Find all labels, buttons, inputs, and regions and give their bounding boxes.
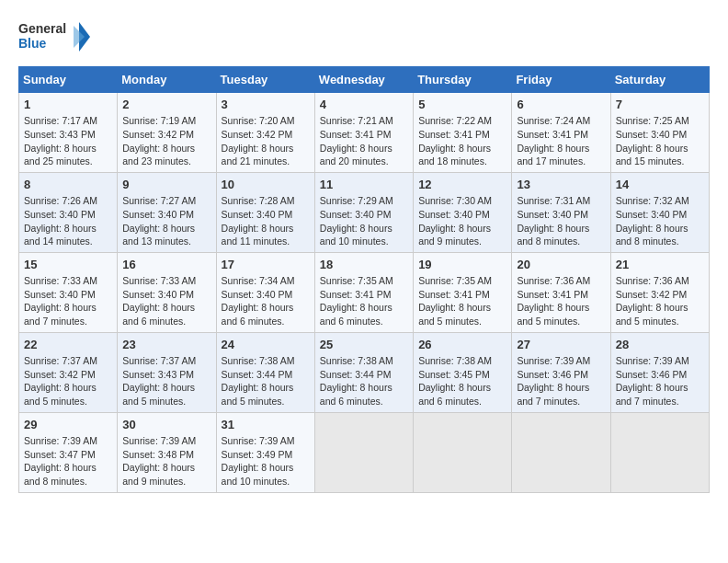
day-number: 26 <box>418 337 506 353</box>
day-info: Daylight: 8 hours and 5 minutes. <box>222 381 310 408</box>
day-info: Sunrise: 7:17 AM <box>24 114 112 128</box>
calendar-cell: 24Sunrise: 7:38 AMSunset: 3:44 PMDayligh… <box>216 332 314 412</box>
calendar-cell: 2Sunrise: 7:19 AMSunset: 3:42 PMDaylight… <box>118 93 216 173</box>
svg-text:General: General <box>18 21 66 36</box>
day-info: Daylight: 8 hours and 18 minutes. <box>418 142 506 168</box>
day-number: 18 <box>320 257 408 273</box>
day-info: Sunrise: 7:29 AM <box>320 194 408 208</box>
day-info: Sunset: 3:43 PM <box>122 368 210 382</box>
day-info: Sunrise: 7:39 AM <box>24 434 112 448</box>
day-number: 6 <box>517 97 605 113</box>
calendar-cell: 18Sunrise: 7:35 AMSunset: 3:41 PMDayligh… <box>314 252 413 332</box>
day-info: Sunset: 3:41 PM <box>517 288 605 302</box>
calendar-cell: 12Sunrise: 7:30 AMSunset: 3:40 PMDayligh… <box>414 172 512 252</box>
calendar-cell: 23Sunrise: 7:37 AMSunset: 3:43 PMDayligh… <box>118 332 216 412</box>
day-number: 25 <box>320 337 408 353</box>
calendar-cell: 21Sunrise: 7:36 AMSunset: 3:42 PMDayligh… <box>610 252 709 332</box>
calendar-cell: 27Sunrise: 7:39 AMSunset: 3:46 PMDayligh… <box>512 332 610 412</box>
calendar-week-row: 22Sunrise: 7:37 AMSunset: 3:42 PMDayligh… <box>19 332 710 412</box>
day-header-sunday: Sunday <box>19 67 118 93</box>
day-info: Sunset: 3:42 PM <box>122 128 210 142</box>
day-info: Daylight: 8 hours and 8 minutes. <box>517 222 605 248</box>
day-info: Daylight: 8 hours and 9 minutes. <box>418 222 506 248</box>
day-info: Daylight: 8 hours and 23 minutes. <box>122 142 210 168</box>
day-info: Sunset: 3:40 PM <box>320 208 408 222</box>
day-header-wednesday: Wednesday <box>314 67 413 93</box>
calendar-cell: 7Sunrise: 7:25 AMSunset: 3:40 PMDaylight… <box>610 93 709 173</box>
day-info: Sunset: 3:40 PM <box>616 208 704 222</box>
day-info: Sunrise: 7:34 AM <box>222 274 310 288</box>
day-info: Sunrise: 7:39 AM <box>122 434 210 448</box>
day-info: Sunrise: 7:28 AM <box>222 194 310 208</box>
day-info: Daylight: 8 hours and 14 minutes. <box>24 222 112 248</box>
day-info: Daylight: 8 hours and 8 minutes. <box>24 461 112 488</box>
day-number: 15 <box>24 257 112 273</box>
day-info: Daylight: 8 hours and 10 minutes. <box>320 222 408 248</box>
day-number: 10 <box>222 177 310 193</box>
day-number: 29 <box>24 417 112 433</box>
day-number: 11 <box>320 177 408 193</box>
day-info: Sunset: 3:41 PM <box>320 128 408 142</box>
day-header-monday: Monday <box>118 67 216 93</box>
day-info: Sunset: 3:40 PM <box>222 288 310 302</box>
calendar-table: SundayMondayTuesdayWednesdayThursdayFrid… <box>18 66 710 493</box>
calendar-cell: 6Sunrise: 7:24 AMSunset: 3:41 PMDaylight… <box>512 93 610 173</box>
day-header-thursday: Thursday <box>414 67 512 93</box>
calendar-cell: 4Sunrise: 7:21 AMSunset: 3:41 PMDaylight… <box>314 93 413 173</box>
day-number: 19 <box>418 257 506 273</box>
day-info: Sunset: 3:41 PM <box>517 128 605 142</box>
day-info: Sunset: 3:49 PM <box>222 448 310 462</box>
day-number: 16 <box>122 257 210 273</box>
calendar-cell: 3Sunrise: 7:20 AMSunset: 3:42 PMDaylight… <box>216 93 314 173</box>
day-header-friday: Friday <box>512 67 610 93</box>
calendar-week-row: 8Sunrise: 7:26 AMSunset: 3:40 PMDaylight… <box>19 172 710 252</box>
day-info: Sunset: 3:40 PM <box>122 208 210 222</box>
day-info: Sunrise: 7:37 AM <box>24 354 112 368</box>
day-info: Sunset: 3:42 PM <box>24 368 112 382</box>
day-info: Sunrise: 7:30 AM <box>418 194 506 208</box>
day-info: Sunset: 3:40 PM <box>517 208 605 222</box>
day-info: Sunrise: 7:38 AM <box>222 354 310 368</box>
page-header: General Blue <box>18 18 710 57</box>
day-info: Sunrise: 7:39 AM <box>517 354 605 368</box>
day-info: Daylight: 8 hours and 7 minutes. <box>24 301 112 327</box>
day-number: 28 <box>616 337 704 353</box>
day-info: Sunset: 3:40 PM <box>418 208 506 222</box>
day-info: Sunrise: 7:38 AM <box>320 354 408 368</box>
day-info: Daylight: 8 hours and 5 minutes. <box>418 301 506 327</box>
day-number: 17 <box>222 257 310 273</box>
day-info: Daylight: 8 hours and 6 minutes. <box>320 301 408 327</box>
day-number: 23 <box>122 337 210 353</box>
day-info: Sunset: 3:42 PM <box>222 128 310 142</box>
calendar-cell: 31Sunrise: 7:39 AMSunset: 3:49 PMDayligh… <box>216 412 314 492</box>
svg-text:Blue: Blue <box>18 36 47 51</box>
day-number: 27 <box>517 337 605 353</box>
day-number: 12 <box>418 177 506 193</box>
day-number: 30 <box>122 417 210 433</box>
day-number: 7 <box>616 97 704 113</box>
day-info: Sunrise: 7:31 AM <box>517 194 605 208</box>
day-info: Sunrise: 7:19 AM <box>122 114 210 128</box>
day-info: Sunset: 3:46 PM <box>517 368 605 382</box>
day-info: Sunset: 3:45 PM <box>418 368 506 382</box>
calendar-cell: 9Sunrise: 7:27 AMSunset: 3:40 PMDaylight… <box>118 172 216 252</box>
day-header-tuesday: Tuesday <box>216 67 314 93</box>
day-info: Sunrise: 7:25 AM <box>616 114 704 128</box>
day-info: Sunrise: 7:36 AM <box>616 274 704 288</box>
calendar-cell: 10Sunrise: 7:28 AMSunset: 3:40 PMDayligh… <box>216 172 314 252</box>
calendar-cell: 30Sunrise: 7:39 AMSunset: 3:48 PMDayligh… <box>118 412 216 492</box>
calendar-cell: 5Sunrise: 7:22 AMSunset: 3:41 PMDaylight… <box>414 93 512 173</box>
day-number: 9 <box>122 177 210 193</box>
day-info: Sunset: 3:40 PM <box>616 128 704 142</box>
calendar-cell: 19Sunrise: 7:35 AMSunset: 3:41 PMDayligh… <box>414 252 512 332</box>
day-info: Sunset: 3:40 PM <box>24 208 112 222</box>
day-info: Daylight: 8 hours and 6 minutes. <box>418 381 506 408</box>
day-info: Sunrise: 7:27 AM <box>122 194 210 208</box>
calendar-week-row: 29Sunrise: 7:39 AMSunset: 3:47 PMDayligh… <box>19 412 710 492</box>
day-info: Daylight: 8 hours and 6 minutes. <box>320 381 408 408</box>
day-info: Daylight: 8 hours and 7 minutes. <box>616 381 704 408</box>
day-info: Daylight: 8 hours and 11 minutes. <box>222 222 310 248</box>
day-info: Daylight: 8 hours and 5 minutes. <box>24 381 112 408</box>
day-info: Sunset: 3:40 PM <box>24 288 112 302</box>
calendar-header-row: SundayMondayTuesdayWednesdayThursdayFrid… <box>19 67 710 93</box>
